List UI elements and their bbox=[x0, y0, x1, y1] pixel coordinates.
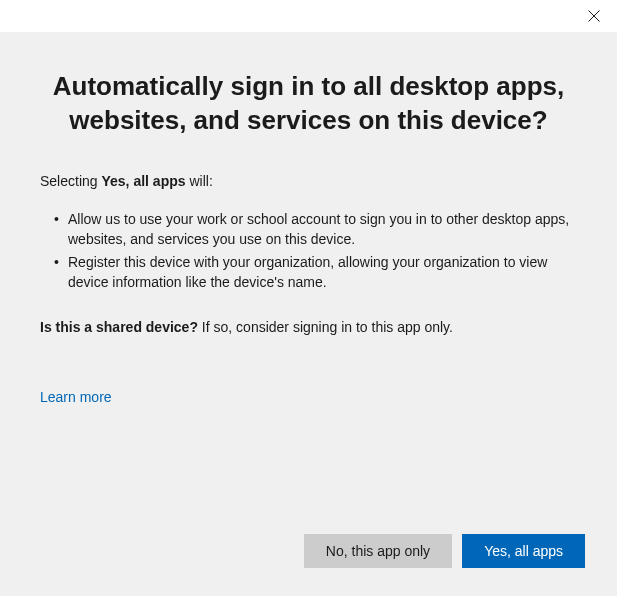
learn-more-link[interactable]: Learn more bbox=[40, 389, 112, 405]
list-item: Register this device with your organizat… bbox=[50, 252, 577, 293]
no-this-app-only-button[interactable]: No, this app only bbox=[304, 534, 452, 568]
dialog-heading: Automatically sign in to all desktop app… bbox=[40, 70, 577, 138]
yes-all-apps-button[interactable]: Yes, all apps bbox=[462, 534, 585, 568]
bullet-list: Allow us to use your work or school acco… bbox=[40, 209, 577, 292]
shared-device-text: Is this a shared device? If so, consider… bbox=[40, 318, 577, 338]
dialog-footer: No, this app only Yes, all apps bbox=[304, 534, 585, 568]
list-item: Allow us to use your work or school acco… bbox=[50, 209, 577, 250]
intro-prefix: Selecting bbox=[40, 173, 101, 189]
shared-bold: Is this a shared device? bbox=[40, 319, 198, 335]
close-button[interactable] bbox=[571, 0, 617, 32]
intro-text: Selecting Yes, all apps will: bbox=[40, 172, 577, 192]
intro-bold: Yes, all apps bbox=[101, 173, 185, 189]
intro-suffix: will: bbox=[186, 173, 213, 189]
dialog-content: Automatically sign in to all desktop app… bbox=[0, 32, 617, 406]
titlebar bbox=[0, 0, 617, 32]
close-icon bbox=[588, 10, 600, 22]
shared-rest: If so, consider signing in to this app o… bbox=[198, 319, 453, 335]
